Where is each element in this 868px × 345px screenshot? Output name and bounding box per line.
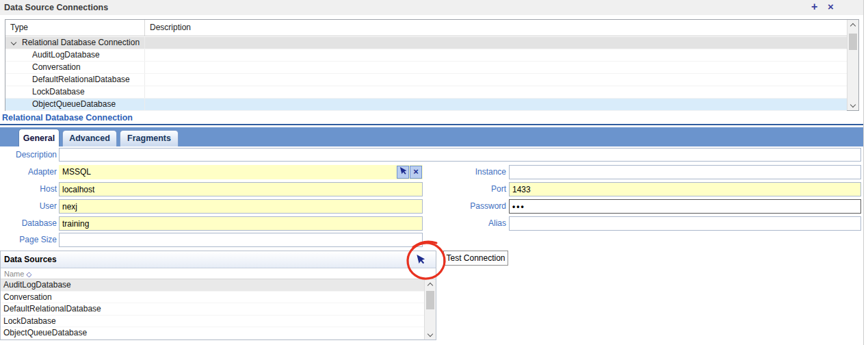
alias-input[interactable]: [509, 216, 861, 231]
adapter-value: MSSQL: [62, 165, 91, 179]
name-column-header[interactable]: Name ◇: [4, 270, 31, 278]
database-input[interactable]: [59, 216, 423, 231]
table-scrollbar[interactable]: [847, 20, 858, 110]
list-item-selected[interactable]: AuditLogDatabase: [1, 279, 436, 292]
add-icon[interactable]: +: [811, 1, 817, 13]
pointer-icon: [397, 166, 408, 177]
column-header-type[interactable]: Type: [5, 20, 145, 36]
table-body: Relational Database Connection AuditLogD…: [5, 37, 847, 110]
close-icon[interactable]: ×: [828, 1, 834, 12]
scroll-up-icon[interactable]: [847, 21, 858, 31]
tab-fragments[interactable]: Fragments: [120, 130, 179, 146]
password-input[interactable]: [509, 199, 861, 214]
adapter-select-button[interactable]: [397, 166, 409, 179]
table-row[interactable]: Conversation: [5, 62, 847, 74]
panel-divider: [863, 0, 864, 345]
scrollbar-thumb[interactable]: [426, 291, 434, 309]
port-label: Port: [438, 184, 506, 194]
password-label: Password: [438, 201, 506, 211]
section-divider: [0, 124, 863, 125]
table-row[interactable]: LockDatabase: [5, 86, 847, 99]
test-connection-button[interactable]: Test Connection: [443, 251, 508, 266]
adapter-clear-button[interactable]: ×: [410, 166, 422, 179]
name-column-header-row: Name ◇: [1, 268, 436, 279]
scroll-up-icon[interactable]: [425, 280, 436, 290]
data-sources-header: Data Sources: [1, 251, 436, 268]
description-input[interactable]: [59, 148, 861, 162]
column-header-description[interactable]: Description: [145, 20, 847, 36]
detail-section-title: Relational Database Connection: [2, 113, 133, 123]
list-item[interactable]: LockDatabase: [1, 316, 436, 328]
table-row[interactable]: AuditLogDatabase: [5, 49, 847, 62]
list-item[interactable]: ObjectQueueDatabase: [1, 327, 436, 340]
user-input[interactable]: [59, 199, 423, 214]
sort-icon: ◇: [26, 270, 31, 278]
scroll-down-icon[interactable]: [425, 329, 436, 339]
page-size-label: Page Size: [0, 235, 57, 244]
database-label: Database: [0, 218, 57, 228]
data-sources-panel: Data Sources Name ◇ AuditLogDatabase Con…: [0, 251, 436, 340]
description-label: Description: [0, 150, 57, 159]
list-item[interactable]: Conversation: [1, 292, 436, 304]
list-scrollbar[interactable]: [424, 279, 436, 340]
adapter-field[interactable]: MSSQL ×: [59, 165, 423, 179]
app-window: Data Source Connections + × Type Descrip…: [0, 0, 868, 345]
alias-label: Alias: [438, 218, 506, 228]
group-label: Relational Database Connection: [22, 38, 140, 47]
description-cell: [145, 37, 847, 49]
panel-titlebar: Data Source Connections + ×: [0, 0, 863, 15]
page-size-input[interactable]: [59, 233, 423, 247]
scrollbar-thumb[interactable]: [849, 34, 857, 50]
table-row[interactable]: DefaultRelationalDatabase: [5, 74, 847, 86]
instance-label: Instance: [438, 167, 506, 177]
data-sources-title: Data Sources: [4, 255, 57, 264]
user-label: User: [0, 201, 57, 211]
adapter-label: Adapter: [0, 167, 57, 177]
connections-table: Type Description Relational Database Con…: [5, 19, 859, 111]
tab-general[interactable]: General: [18, 129, 60, 146]
scroll-down-icon[interactable]: [847, 99, 858, 110]
tab-advanced[interactable]: Advanced: [62, 130, 117, 146]
table-header-row: Type Description: [5, 20, 847, 36]
panel-title: Data Source Connections: [4, 3, 108, 12]
table-row-group[interactable]: Relational Database Connection: [5, 37, 847, 49]
host-input[interactable]: [59, 182, 423, 196]
port-input[interactable]: [509, 182, 861, 196]
select-pointer-icon[interactable]: [415, 254, 425, 268]
data-sources-list: AuditLogDatabase Conversation DefaultRel…: [1, 279, 436, 340]
table-row-selected[interactable]: ObjectQueueDatabase: [5, 99, 847, 111]
instance-input[interactable]: [509, 165, 861, 179]
host-label: Host: [0, 184, 57, 194]
list-item[interactable]: DefaultRelationalDatabase: [1, 303, 436, 316]
chevron-down-icon[interactable]: [11, 40, 16, 45]
tab-bar: General Advanced Fragments: [0, 127, 863, 146]
